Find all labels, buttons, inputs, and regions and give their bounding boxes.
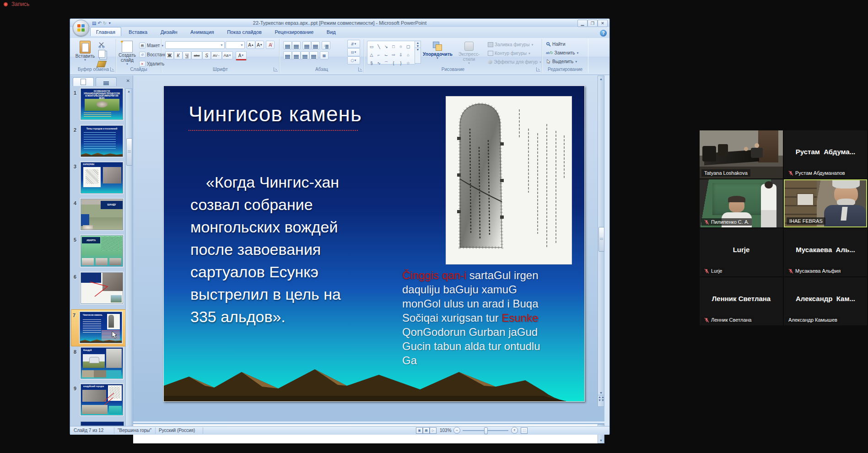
shapes-gallery[interactable]: ▭╲↘□○▢ △⌐⌙⇨⇩⌂ §∿⌒{}☆	[367, 41, 415, 65]
font-color-button[interactable]: А▼	[236, 51, 247, 60]
bold-button[interactable]: Ж	[165, 51, 174, 59]
next-slide-icon[interactable]: ▼▼	[598, 399, 604, 402]
font-size-combo[interactable]: ▼	[226, 41, 245, 49]
fit-to-window-button[interactable]: ⛶	[521, 427, 528, 434]
scroll-down-icon[interactable]: ▼	[598, 391, 604, 394]
prev-next-slide-buttons[interactable]: ▲▲ ▼▼	[598, 395, 604, 406]
italic-button[interactable]: К	[174, 51, 183, 59]
slide-quote-text[interactable]: «Когда Чингис-хан созвал собрание монгол…	[190, 171, 410, 328]
change-case-button[interactable]: Aa▼	[222, 51, 233, 59]
minimize-button[interactable]: ▁	[577, 20, 588, 27]
scroll-up-icon[interactable]: ▲	[126, 89, 132, 93]
shapes-gallery-scrollbar[interactable]: ▲▼▼	[415, 41, 421, 64]
bullets-button[interactable]	[283, 41, 292, 49]
clear-formatting-button[interactable]: A̸	[266, 41, 275, 49]
thumbnail-10-partial[interactable]	[81, 421, 124, 426]
grow-font-button[interactable]: A▲	[247, 41, 255, 49]
replace-button[interactable]: ab↻ Заменить▼	[546, 50, 579, 55]
justify-button[interactable]	[309, 51, 318, 59]
increase-indent-button[interactable]	[311, 41, 320, 49]
new-slide-button[interactable]: ✦ Создать слайд▼	[117, 41, 137, 65]
participant-tile-lurje[interactable]: Lurje Lurje	[700, 228, 783, 276]
tab-view[interactable]: Вид	[321, 27, 341, 36]
line-spacing-button[interactable]: ↕	[322, 41, 330, 49]
redo-button[interactable]: ↻	[103, 21, 107, 26]
thumbnails-scrollbar[interactable]: ▲ ▼	[125, 88, 132, 433]
tab-review[interactable]: Рецензирование	[269, 27, 319, 36]
find-button[interactable]: Найти	[546, 42, 566, 47]
status-language[interactable]: Русский (Россия)	[159, 428, 195, 433]
tab-home[interactable]: Главная	[90, 27, 121, 36]
undo-button[interactable]: ↶	[97, 21, 101, 26]
paste-button[interactable]: Вставить▼	[75, 41, 96, 61]
align-left-button[interactable]	[283, 51, 292, 59]
tab-design[interactable]: Дизайн	[155, 27, 183, 36]
clipboard-dialog-launcher[interactable]: ↘	[110, 67, 114, 71]
thumbnail-7-selected[interactable]: 7 Чингисов камень	[71, 309, 129, 346]
tab-slides-thumbnails[interactable]	[73, 77, 94, 86]
tab-animation[interactable]: Анимация	[185, 27, 220, 36]
close-panel-button[interactable]: ✕	[126, 78, 130, 83]
delete-slide-button[interactable]: ✕Удалить	[139, 61, 164, 67]
participant-tile-musakaeva[interactable]: Мусакаева Аль... Мусакаева Альфия	[784, 228, 867, 276]
slideshow-button[interactable]: ▷	[430, 427, 437, 434]
participant-tile-ihae-febras[interactable]: IHAE FEBRAS	[784, 179, 867, 227]
normal-view-button[interactable]: ▣	[416, 427, 423, 434]
font-name-combo[interactable]: ▼	[165, 41, 225, 49]
numbering-button[interactable]	[292, 41, 301, 49]
stone-stele-image[interactable]	[446, 97, 571, 264]
align-right-button[interactable]	[301, 51, 309, 59]
participant-tile-tatyana[interactable]: Tatyana Loshakova	[700, 130, 783, 178]
shrink-font-button[interactable]: A▼	[255, 41, 264, 49]
decrease-indent-button[interactable]	[302, 41, 311, 49]
tab-outline[interactable]	[96, 77, 117, 86]
shadow-button[interactable]: S	[202, 51, 211, 59]
smartart-button[interactable]: ⬡▼	[347, 56, 360, 65]
participant-tile-lennik[interactable]: Ленник Светлана Ленник Светлана	[700, 277, 783, 325]
zoom-in-button[interactable]: +	[511, 427, 518, 434]
shape-fill-button[interactable]: Заливка фигуры▼	[488, 42, 534, 47]
scrollbar-thumb[interactable]	[598, 227, 604, 252]
restore-button[interactable]: ❐	[588, 20, 598, 27]
scrollbar-thumb[interactable]	[126, 138, 132, 166]
previous-slide-icon[interactable]: ▲▲	[598, 395, 604, 399]
scroll-up-icon[interactable]: ▲	[598, 76, 604, 81]
help-button[interactable]: ?	[600, 30, 607, 37]
format-painter-button[interactable]	[97, 61, 107, 67]
title-bar[interactable]: 22-Туркестан евраз.арх..ppt [Режим совме…	[70, 19, 609, 27]
close-button[interactable]: ✕	[598, 20, 608, 27]
save-button[interactable]: ▤	[92, 21, 96, 26]
layout-button[interactable]: ▤Макет▼	[139, 43, 164, 49]
slide-title[interactable]: Чингисов камень	[189, 102, 362, 126]
drawing-dialog-launcher[interactable]: ↘	[536, 67, 540, 71]
tab-insert[interactable]: Вставка	[123, 27, 153, 36]
text-direction-button[interactable]: ⇵▼	[347, 40, 360, 48]
slide-transliteration-text[interactable]: Činggis qan-i sartaGul irgen daquliju ba…	[402, 268, 558, 367]
participant-tile-pilipenko[interactable]: Пилипенко С. А.	[700, 179, 783, 227]
quick-styles-button[interactable]: Экспресс-стили▼	[453, 41, 485, 65]
character-spacing-button[interactable]: AV↔	[211, 51, 222, 59]
participant-tile-kamyshev[interactable]: Александр Кам... Александр Камышев	[784, 277, 867, 325]
zoom-slider-thumb[interactable]	[484, 427, 488, 434]
shape-outline-button[interactable]: Контур фигуры▼	[488, 51, 531, 56]
columns-button[interactable]: ▦	[320, 51, 329, 59]
tab-slideshow[interactable]: Показ слайдов	[221, 27, 267, 36]
font-dialog-launcher[interactable]: ↘	[274, 67, 278, 71]
align-center-button[interactable]	[292, 51, 301, 59]
slide-scrollbar[interactable]: ▲ ▼ ▲▲ ▼▼	[598, 76, 604, 407]
underline-button[interactable]: Ч	[183, 51, 191, 59]
zoom-out-button[interactable]: −	[453, 427, 460, 434]
arrange-button[interactable]: Упорядочить▼	[423, 41, 452, 59]
slide-canvas[interactable]: Чингисов камень	[163, 86, 585, 402]
office-button[interactable]	[73, 20, 89, 36]
align-text-button[interactable]: ⊟▼	[347, 48, 360, 56]
shape-effects-button[interactable]: Эффекты для фигур▼	[488, 59, 542, 65]
select-button[interactable]: Выделить▼	[546, 59, 577, 64]
participant-tile-rustam[interactable]: Рустам Абдума... Рустам Абдуманапов	[784, 130, 867, 178]
copy-button[interactable]	[98, 50, 105, 58]
strikethrough-button[interactable]: abc	[191, 51, 202, 59]
qat-customize-button[interactable]: ▼	[108, 22, 111, 25]
paragraph-dialog-launcher[interactable]: ↘	[358, 67, 362, 71]
slide-sorter-button[interactable]: ▦	[423, 427, 430, 434]
zoom-level[interactable]: 103%	[440, 428, 452, 433]
